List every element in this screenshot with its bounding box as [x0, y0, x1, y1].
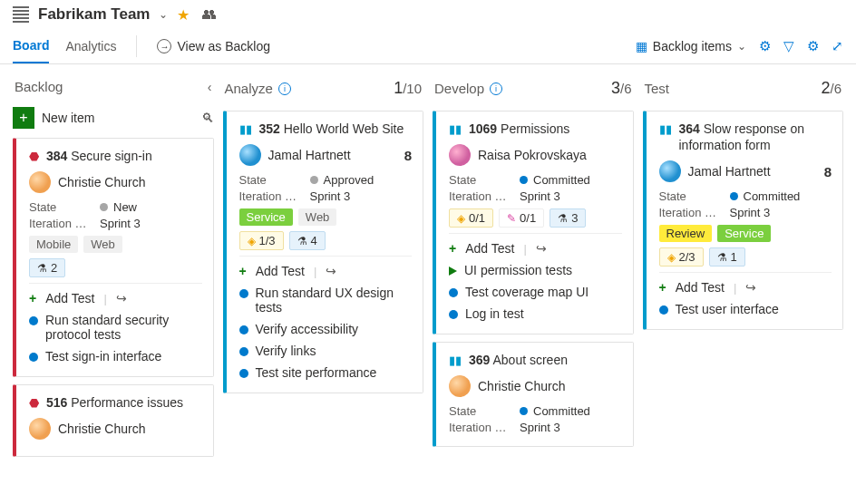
card-516[interactable]: ⬣ 516 Performance issues Christie Church: [13, 384, 214, 457]
pbi-icon: ▮▮: [239, 122, 252, 136]
state-label: State: [449, 173, 511, 187]
bug-icon: ⬣: [29, 150, 39, 163]
settings-sliders-icon[interactable]: ⚙: [759, 38, 771, 54]
checklist-pill[interactable]: ◈0/1: [449, 208, 493, 228]
card-title: 369 About screen: [469, 352, 622, 368]
fullscreen-icon[interactable]: ⤢: [832, 38, 843, 54]
tab-board[interactable]: Board: [13, 29, 49, 63]
test-item[interactable]: Log in test: [449, 303, 622, 325]
assignee: Raisa Pokrovskaya: [478, 148, 587, 162]
arrow-right-icon: →: [157, 39, 171, 53]
link-icon[interactable]: ↪: [745, 280, 756, 295]
new-item-label[interactable]: New item: [42, 111, 194, 125]
filter-icon[interactable]: ▽: [783, 38, 794, 54]
search-icon[interactable]: 🔍︎: [201, 111, 214, 125]
iteration-label: Iteration P...: [449, 189, 511, 203]
test-item[interactable]: Test user interface: [659, 298, 832, 320]
assignee: Christie Church: [478, 379, 565, 393]
gear-icon[interactable]: ⚙: [807, 38, 819, 54]
tag-review[interactable]: Review: [659, 225, 713, 242]
state-label: State: [449, 404, 511, 418]
tag-service[interactable]: Service: [717, 225, 771, 242]
view-as-backlog[interactable]: → View as Backlog: [157, 39, 269, 53]
plus-icon: +: [29, 291, 36, 305]
add-test-button[interactable]: Add Test: [465, 241, 514, 256]
view-backlog-label: View as Backlog: [177, 39, 269, 53]
assignee: Jamal Hartnett: [268, 148, 351, 162]
col-title: Analyze: [225, 81, 273, 96]
effort: 8: [824, 164, 832, 179]
col-title: Backlog: [15, 79, 63, 94]
test-count-pill[interactable]: ⚗4: [289, 231, 326, 250]
card-title: 364 Slow response on information form: [679, 121, 832, 153]
pbi-icon: ▮▮: [449, 354, 462, 367]
chevron-down-icon[interactable]: ⌄: [159, 8, 168, 21]
test-item[interactable]: Verify accessibility: [239, 318, 413, 340]
avatar: [659, 160, 681, 182]
checklist-pill[interactable]: ◈1/3: [239, 231, 284, 250]
backlog-icon: ▦: [636, 39, 647, 53]
info-icon[interactable]: i: [278, 82, 291, 95]
test-item[interactable]: Run standard security protocol tests: [29, 309, 202, 345]
state-value: Committed: [520, 404, 590, 418]
column-analyze: Analyzei 1/10 ▮▮ 352 Hello World Web Sit…: [223, 75, 424, 480]
test-item[interactable]: Test site performance: [239, 362, 413, 383]
col-count: 3/6: [611, 79, 632, 98]
card-369[interactable]: ▮▮ 369 About screen Christie Church Stat…: [433, 342, 634, 447]
test-count-pill[interactable]: ⚗3: [550, 208, 586, 228]
state-label: State: [29, 200, 91, 214]
add-test-button[interactable]: Add Test: [256, 264, 305, 278]
card-364[interactable]: ▮▮ 364 Slow response on information form…: [643, 111, 844, 330]
backlog-items-dropdown[interactable]: ▦ Backlog items ⌄: [636, 39, 746, 53]
avatar: [29, 171, 51, 193]
col-count: 1/10: [394, 79, 422, 98]
team-name[interactable]: Fabrikam Team: [38, 5, 150, 24]
iteration-label: Iteration P...: [239, 189, 301, 203]
test-item[interactable]: UI permission tests: [449, 259, 622, 281]
star-icon[interactable]: ★: [177, 6, 190, 24]
new-item-button[interactable]: +: [13, 107, 34, 129]
col-title: Develop: [434, 81, 484, 96]
test-count-pill[interactable]: ⚗1: [709, 247, 745, 267]
iteration-value: Sprint 3: [520, 421, 560, 434]
people-icon[interactable]: 👥︎: [202, 6, 217, 23]
iteration-label: Iteration P...: [29, 217, 91, 230]
tag-web[interactable]: Web: [298, 208, 337, 226]
avatar: [239, 144, 261, 166]
info-icon[interactable]: i: [490, 82, 502, 95]
state-value: New: [100, 200, 137, 214]
card-384[interactable]: ⬣ 384 Secure sign-in Christie Church Sta…: [13, 138, 214, 377]
effort: 8: [404, 148, 412, 163]
test-item[interactable]: Test coverage map UI: [449, 281, 622, 303]
plus-icon: +: [659, 280, 666, 295]
test-count-pill[interactable]: ⚗2: [29, 258, 65, 277]
collapse-icon[interactable]: ‹: [208, 80, 212, 94]
link-icon[interactable]: ↪: [116, 291, 127, 305]
tag-web[interactable]: Web: [83, 236, 122, 253]
card-1069[interactable]: ▮▮ 1069 Permissions Raisa Pokrovskaya St…: [433, 111, 634, 334]
add-test-button[interactable]: Add Test: [676, 280, 725, 295]
link-icon[interactable]: ↪: [326, 264, 336, 278]
test-item[interactable]: Test sign-in interface: [29, 345, 202, 367]
avatar: [29, 418, 51, 440]
state-label: State: [239, 173, 301, 187]
team-icon: [13, 6, 29, 23]
pencil-pill[interactable]: ✎0/1: [499, 208, 544, 228]
col-count: 2/6: [821, 79, 841, 98]
tab-analytics[interactable]: Analytics: [65, 30, 116, 63]
assignee: Jamal Hartnett: [688, 164, 771, 179]
pbi-icon: ▮▮: [659, 122, 672, 136]
test-item[interactable]: Run standard UX design tests: [239, 282, 413, 318]
bug-icon: ⬣: [29, 396, 39, 410]
avatar: [449, 144, 471, 166]
tag-mobile[interactable]: Mobile: [29, 236, 78, 253]
test-item[interactable]: Verify links: [239, 340, 413, 362]
plus-icon: +: [239, 264, 247, 278]
column-test: Test 2/6 ▮▮ 364 Slow response on informa…: [643, 75, 844, 480]
card-title: 352 Hello World Web Site: [259, 121, 413, 137]
checklist-pill[interactable]: ◈2/3: [659, 247, 704, 267]
link-icon[interactable]: ↪: [536, 241, 547, 256]
add-test-button[interactable]: Add Test: [45, 291, 94, 305]
card-352[interactable]: ▮▮ 352 Hello World Web Site Jamal Hartne…: [223, 111, 424, 393]
tag-service[interactable]: Service: [239, 208, 293, 226]
